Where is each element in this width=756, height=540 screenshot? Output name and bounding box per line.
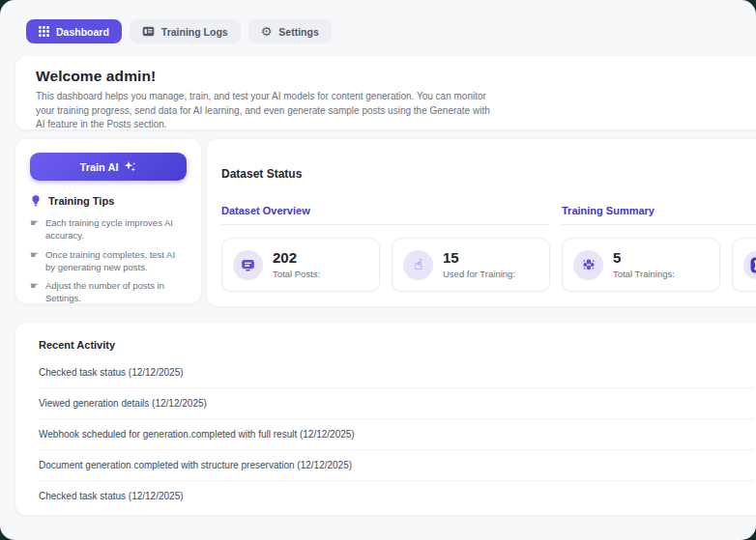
recent-activity-title: Recent Activity	[39, 339, 754, 351]
tip-text: Once training completes, test AI by gene…	[45, 248, 187, 274]
gear-icon: ⚙	[261, 25, 273, 38]
activity-item: Document generation completed with struc…	[39, 450, 754, 481]
welcome-card: Welcome admin! This dashboard helps you …	[15, 55, 756, 130]
lightbulb-icon	[30, 194, 42, 208]
tip-item: ☛ Once training completes, test AI by ge…	[30, 248, 187, 274]
tip-item: ☛ Each training cycle improves AI accura…	[30, 216, 187, 242]
training-summary-title: Training Summary	[562, 205, 756, 225]
tab-label: Dashboard	[56, 26, 109, 38]
activity-item: Viewed generation details (12/12/2025)	[39, 388, 754, 419]
stat-value: 202	[273, 250, 320, 267]
pointing-hand-icon: ☛	[30, 279, 39, 305]
branch-icon	[743, 250, 756, 280]
logs-icon	[142, 26, 155, 37]
dataset-overview-title: Dataset Overview	[221, 205, 550, 225]
tab-training-logs[interactable]: Training Logs	[130, 19, 241, 43]
sparkles-icon	[124, 160, 136, 173]
training-tips-header: Training Tips	[30, 194, 187, 208]
dataset-status-card: Dataset Status Dataset Overview	[206, 138, 756, 307]
stat-label: Total Trainings:	[613, 269, 675, 279]
activity-item: Webhook scheduled for generation.complet…	[39, 419, 754, 450]
posts-icon	[233, 250, 263, 280]
train-ai-label: Train AI	[80, 161, 119, 173]
stat-label: Used for Training:	[443, 269, 515, 279]
training-sidebar-card: Train AI Training Tips ☛ Each training c…	[15, 138, 202, 304]
tip-text: Adjust the number of posts in Settings.	[45, 279, 187, 305]
activity-item: Checked task status (12/12/2025)	[39, 481, 754, 511]
pointing-hand-icon: ☛	[30, 248, 39, 274]
tap-hand-icon: ☝	[403, 250, 433, 280]
dataset-status-title: Dataset Status	[221, 167, 756, 181]
training-tips-list: ☛ Each training cycle improves AI accura…	[30, 216, 187, 305]
app-window: Dashboard Training Logs ⚙ Settings Welco…	[0, 0, 756, 540]
stat-used-for-training: ☝ 15 Used for Training:	[392, 238, 550, 292]
stat-value: 5	[613, 250, 675, 267]
stat-total-posts: 202 Total Posts:	[221, 238, 380, 292]
dataset-overview-section: Dataset Overview 202	[221, 205, 550, 292]
tab-dashboard[interactable]: Dashboard	[26, 19, 122, 43]
stat-value: 15	[443, 250, 515, 267]
train-ai-button[interactable]: Train AI	[30, 153, 187, 181]
dashboard-grid-icon	[39, 26, 49, 37]
stat-partial	[732, 238, 756, 292]
training-summary-section: Training Summary	[562, 205, 756, 292]
tab-settings[interactable]: ⚙ Settings	[248, 19, 332, 43]
stat-total-trainings: 5 Total Trainings:	[562, 238, 720, 292]
top-nav: Dashboard Training Logs ⚙ Settings	[26, 19, 332, 43]
welcome-description: This dashboard helps you manage, train, …	[36, 90, 490, 132]
tip-text: Each training cycle improves AI accuracy…	[45, 216, 187, 242]
activity-item: Checked task status (12/12/2025)	[39, 357, 754, 388]
brain-icon	[573, 250, 603, 280]
tab-label: Settings	[278, 26, 318, 38]
pointing-hand-icon: ☛	[30, 216, 39, 242]
tab-label: Training Logs	[161, 26, 228, 38]
welcome-title: Welcome admin!	[36, 68, 756, 85]
tip-item: ☛ Adjust the number of posts in Settings…	[30, 279, 187, 305]
stat-label: Total Posts:	[273, 269, 320, 279]
training-tips-title: Training Tips	[48, 195, 114, 207]
recent-activity-card: Recent Activity Checked task status (12/…	[15, 322, 756, 516]
